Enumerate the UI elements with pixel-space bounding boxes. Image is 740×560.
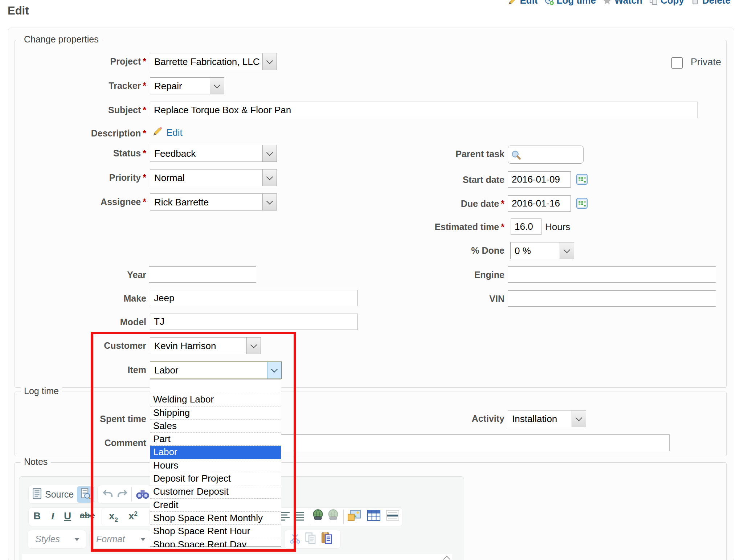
item-option[interactable]: Deposit for Project (150, 472, 281, 485)
preview-templates-icon (80, 488, 91, 500)
comment-label: Comment (23, 438, 146, 448)
start-date-input[interactable] (508, 171, 571, 188)
item-option[interactable]: Credit (150, 499, 281, 512)
unlink-icon[interactable] (327, 509, 340, 521)
context-toolbar: Edit Log time Watch Copy Delete (508, 0, 731, 6)
item-select[interactable]: Labor (150, 361, 282, 379)
percent-done-label: % Done (381, 245, 504, 256)
strikethrough-button[interactable]: abe (80, 510, 95, 520)
project-select[interactable]: Barrette Fabrication, LLC (150, 53, 277, 70)
notes-legend: Notes (21, 457, 51, 467)
change-properties-legend: Change properties (21, 34, 102, 45)
year-input[interactable] (149, 266, 256, 283)
undo-icon[interactable] (102, 489, 113, 499)
customer-label: Customer (23, 340, 146, 351)
due-date-input[interactable] (508, 195, 571, 212)
chevron-down-icon[interactable] (267, 362, 281, 379)
source-button[interactable]: Source (45, 489, 74, 500)
link-icon[interactable] (311, 509, 324, 521)
chevron-down-icon[interactable] (262, 169, 277, 186)
model-label: Model (23, 317, 146, 327)
context-copy-link[interactable]: Copy (649, 0, 684, 6)
item-option[interactable]: Shipping (150, 406, 281, 420)
editor-content-area[interactable] (22, 554, 452, 560)
chevron-down-icon[interactable] (572, 410, 586, 427)
item-option[interactable]: Customer Deposit (150, 485, 281, 498)
due-date-label: Due date* (381, 199, 504, 209)
subject-input[interactable] (150, 102, 698, 118)
context-edit-link[interactable]: Edit (508, 0, 537, 6)
styles-dropdown[interactable]: Styles (28, 530, 86, 549)
italic-button[interactable]: I (51, 510, 55, 522)
superscript-button[interactable]: x2 (128, 510, 138, 522)
description-edit-link[interactable]: Edit (166, 127, 183, 138)
make-label: Make (23, 293, 146, 304)
redo-icon[interactable] (117, 489, 128, 499)
private-checkbox[interactable] (671, 57, 683, 69)
clock-add-icon (544, 0, 554, 5)
estimated-time-input[interactable] (511, 218, 541, 235)
chevron-down-icon[interactable] (210, 78, 224, 94)
find-binoculars-icon[interactable] (136, 489, 150, 499)
item-option-selected[interactable]: Labor (150, 446, 281, 459)
pencil-icon (508, 0, 517, 5)
item-option[interactable]: Sales (150, 420, 281, 433)
image-icon[interactable] (347, 510, 361, 521)
spent-time-label: Spent time (23, 414, 146, 424)
format-dropdown[interactable]: Format (89, 530, 151, 549)
context-log-time-link[interactable]: Log time (544, 0, 596, 6)
chevron-down-icon[interactable] (246, 338, 261, 354)
table-icon[interactable] (367, 510, 381, 521)
assignee-value: Rick Barrette (154, 196, 209, 208)
make-input[interactable] (150, 290, 358, 306)
item-option[interactable]: Part (150, 433, 281, 446)
dropdown-arrow-icon (140, 538, 146, 541)
item-value: Labor (154, 365, 179, 376)
chevron-down-icon[interactable] (262, 194, 277, 210)
horizontal-rule-icon[interactable] (385, 510, 400, 521)
percent-done-value: 0 % (515, 245, 531, 256)
item-option[interactable] (150, 380, 281, 393)
model-input[interactable] (150, 314, 358, 330)
justify-block-icon[interactable] (294, 511, 305, 521)
tracker-label: Tracker* (23, 81, 146, 91)
context-watch-label: Watch (614, 0, 642, 6)
priority-select[interactable]: Normal (150, 169, 277, 186)
paste-clipboard-icon[interactable] (321, 531, 332, 544)
priority-label: Priority* (23, 172, 146, 183)
estimated-time-label: Estimated time* (381, 222, 504, 232)
engine-input[interactable] (508, 266, 716, 283)
vin-input[interactable] (508, 290, 716, 307)
item-option[interactable]: Welding Labor (150, 393, 281, 406)
item-option[interactable]: Hours (150, 459, 281, 472)
item-option[interactable]: Shop Space Rent Monthly (150, 512, 281, 525)
chevron-down-icon[interactable] (560, 242, 574, 259)
percent-done-select[interactable]: 0 % (510, 242, 574, 259)
context-delete-link[interactable]: Delete (691, 0, 731, 6)
styles-dropdown-label: Styles (35, 534, 60, 544)
calendar-icon[interactable] (576, 173, 588, 185)
customer-select[interactable]: Kevin Harrison (150, 337, 261, 354)
copy-pages-icon[interactable] (305, 532, 316, 544)
bold-button[interactable]: B (33, 510, 41, 522)
chevron-down-icon[interactable] (262, 145, 277, 162)
subscript-button[interactable]: x2 (109, 510, 118, 524)
item-option[interactable]: Shop Space Rent Day (150, 538, 281, 547)
project-label: Project* (23, 56, 146, 67)
chevron-down-icon[interactable] (262, 53, 277, 70)
tracker-value: Repair (154, 80, 182, 91)
underline-button[interactable]: U (64, 510, 71, 522)
vin-label: VIN (381, 294, 504, 304)
context-edit-label: Edit (520, 0, 537, 6)
priority-value: Normal (154, 172, 185, 183)
calendar-icon[interactable] (576, 197, 588, 209)
tracker-select[interactable]: Repair (150, 77, 224, 94)
customer-value: Kevin Harrison (154, 340, 216, 351)
cut-scissors-icon[interactable] (290, 533, 301, 544)
context-delete-label: Delete (702, 0, 731, 6)
assignee-select[interactable]: Rick Barrette (150, 193, 277, 210)
context-watch-link[interactable]: Watch (602, 0, 642, 6)
item-option[interactable]: Shop Space Rent Hour (150, 525, 281, 538)
activity-select[interactable]: Installation (508, 410, 586, 427)
status-select[interactable]: Feedback (150, 145, 277, 162)
